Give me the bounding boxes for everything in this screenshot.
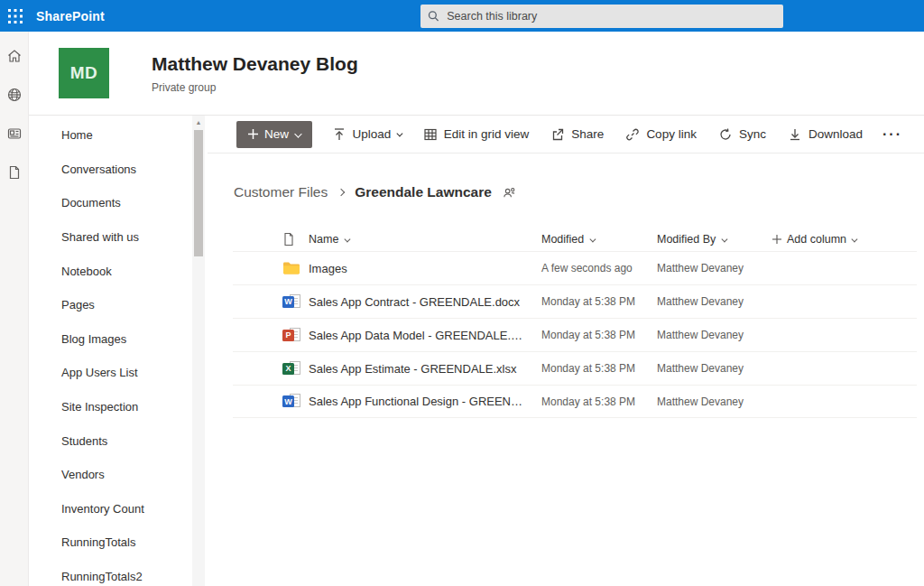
- sync-icon: [718, 127, 733, 142]
- new-button[interactable]: New: [236, 121, 312, 148]
- sidebar-item-conversations[interactable]: Conversations: [29, 153, 208, 187]
- edit-in-grid-view-button[interactable]: Edit in grid view: [414, 121, 539, 148]
- column-header-modified[interactable]: Modified: [541, 233, 657, 246]
- modified-by-value[interactable]: Matthew Devaney: [657, 362, 772, 375]
- sidebar-item-blog-images[interactable]: Blog Images: [29, 322, 208, 357]
- chevron-down-icon: [852, 236, 857, 241]
- upload-button[interactable]: Upload: [323, 121, 411, 148]
- scrollbar-up-arrow-icon[interactable]: ▲: [193, 118, 204, 127]
- plus-icon: [772, 235, 781, 244]
- modified-value: Monday at 5:38 PM: [541, 395, 657, 408]
- news-icon[interactable]: [6, 126, 23, 142]
- library-search-box[interactable]: [420, 5, 783, 28]
- sidebar-item-documents[interactable]: Documents: [29, 186, 208, 220]
- site-header: MD Matthew Devaney Blog Private group: [29, 32, 924, 116]
- modified-by-value[interactable]: Matthew Devaney: [657, 262, 772, 274]
- table-row-sales-app-functional-design[interactable]: W Sales App Functional Design - GREENDAL…: [233, 385, 917, 418]
- search-input[interactable]: [447, 10, 776, 23]
- table-row-sales-app-estimate[interactable]: X Sales App Estimate - GREENDALE.xlsx Mo…: [233, 351, 917, 385]
- file-name-link[interactable]: Sales App Estimate - GREENDALE.xlsx: [309, 362, 541, 376]
- powerpoint-file-icon: P: [282, 328, 300, 343]
- link-icon: [625, 127, 640, 142]
- modified-by-value[interactable]: Matthew Devaney: [657, 395, 772, 408]
- download-icon: [788, 127, 802, 142]
- overflow-menu-button[interactable]: ···: [875, 121, 910, 148]
- breadcrumb-separator-icon: [337, 189, 345, 196]
- modified-value: A few seconds ago: [541, 262, 657, 274]
- documents-table: Name Modified Modified By: [233, 228, 917, 418]
- upload-icon: [332, 127, 346, 142]
- sidebar-item-site-inspection[interactable]: Site Inspection: [29, 390, 208, 424]
- table-header-row: Name Modified Modified By: [233, 228, 917, 251]
- ellipsis-icon: ···: [882, 126, 902, 142]
- breadcrumb: Customer Files Greendale Lawncare: [234, 184, 924, 200]
- sidebar-item-app-users-list[interactable]: App Users List: [29, 356, 208, 390]
- word-file-icon: W: [282, 294, 300, 310]
- column-header-name[interactable]: Name: [309, 233, 541, 246]
- sidebar-item-home[interactable]: Home: [29, 118, 208, 153]
- suite-bar: SharePoint: [0, 0, 924, 32]
- copy-link-button[interactable]: Copy link: [616, 121, 706, 148]
- search-icon: [428, 10, 439, 23]
- site-logo-avatar[interactable]: MD: [59, 48, 109, 98]
- chevron-down-icon: [722, 236, 727, 241]
- sidebar-item-runningtotals2[interactable]: RunningTotals2: [29, 560, 208, 586]
- file-name-link[interactable]: Sales App Contract - GREENDALE.docx: [309, 295, 541, 309]
- waffle-icon: [8, 9, 23, 23]
- file-name-link[interactable]: Sales App Functional Design - GREENDALE.…: [309, 395, 541, 408]
- column-header-modified-by[interactable]: Modified By: [657, 233, 772, 246]
- word-file-icon: W: [282, 394, 300, 409]
- file-name-link[interactable]: Images: [309, 262, 541, 275]
- page-icon: [282, 232, 295, 246]
- chevron-down-icon: [590, 236, 596, 241]
- sharepoint-brand-link[interactable]: SharePoint: [36, 9, 105, 23]
- excel-file-icon: X: [282, 361, 300, 377]
- modified-value: Monday at 5:38 PM: [541, 362, 657, 375]
- breadcrumb-greendale-lawncare[interactable]: Greendale Lawncare: [355, 184, 492, 200]
- breadcrumb-customer-files[interactable]: Customer Files: [234, 184, 328, 200]
- modified-by-value[interactable]: Matthew Devaney: [657, 295, 772, 308]
- sidebar-item-shared-with-us[interactable]: Shared with us: [29, 220, 208, 255]
- table-row-sales-app-data-model[interactable]: P Sales App Data Model - GREENDALE.pptx …: [233, 318, 917, 351]
- sharepoint-app: SharePoint: [0, 0, 924, 586]
- plus-icon: [248, 129, 258, 139]
- scrollbar-thumb[interactable]: [194, 130, 203, 256]
- shared-folder-people-icon: [503, 186, 516, 200]
- sync-button[interactable]: Sync: [709, 121, 775, 148]
- download-button[interactable]: Download: [779, 121, 872, 148]
- site-privacy-label: Private group: [152, 81, 358, 94]
- home-icon[interactable]: [6, 48, 23, 64]
- chevron-down-icon: [397, 131, 402, 136]
- site-title[interactable]: Matthew Devaney Blog: [152, 53, 358, 75]
- site-navigation: Home Conversations Documents Shared with…: [29, 116, 208, 586]
- sidebar-item-vendors[interactable]: Vendors: [29, 458, 208, 492]
- sidebar-item-notebook[interactable]: Notebook: [29, 254, 208, 288]
- grid-icon: [423, 127, 438, 142]
- library-content: New Upload: [208, 116, 924, 586]
- app-launcher-waffle-icon[interactable]: [0, 0, 31, 32]
- file-type-column-header[interactable]: [233, 232, 309, 246]
- command-bar: New Upload: [208, 116, 924, 153]
- table-row-sales-app-contract[interactable]: W Sales App Contract - GREENDALE.docx Mo…: [233, 284, 917, 318]
- chevron-down-icon: [295, 130, 302, 137]
- folder-icon: [282, 261, 300, 275]
- sidebar-item-inventory-count[interactable]: Inventory Count: [29, 492, 208, 526]
- sidebar-item-students[interactable]: Students: [29, 423, 208, 458]
- sidebar-scrollbar[interactable]: ▲: [192, 116, 205, 586]
- modified-value: Monday at 5:38 PM: [541, 329, 657, 341]
- modified-value: Monday at 5:38 PM: [541, 295, 657, 308]
- chevron-down-icon: [345, 236, 350, 241]
- left-app-rail: [0, 32, 29, 586]
- sidebar-item-runningtotals[interactable]: RunningTotals: [29, 526, 208, 560]
- globe-icon[interactable]: [6, 87, 23, 103]
- document-icon[interactable]: [6, 164, 23, 181]
- sidebar-item-pages[interactable]: Pages: [29, 288, 208, 322]
- file-name-link[interactable]: Sales App Data Model - GREENDALE.pptx: [309, 329, 541, 342]
- table-row-images-folder[interactable]: Images A few seconds ago Matthew Devaney: [233, 251, 917, 284]
- share-button[interactable]: Share: [541, 121, 613, 148]
- modified-by-value[interactable]: Matthew Devaney: [657, 329, 772, 341]
- share-icon: [550, 127, 565, 142]
- add-column-button[interactable]: Add column: [772, 233, 917, 246]
